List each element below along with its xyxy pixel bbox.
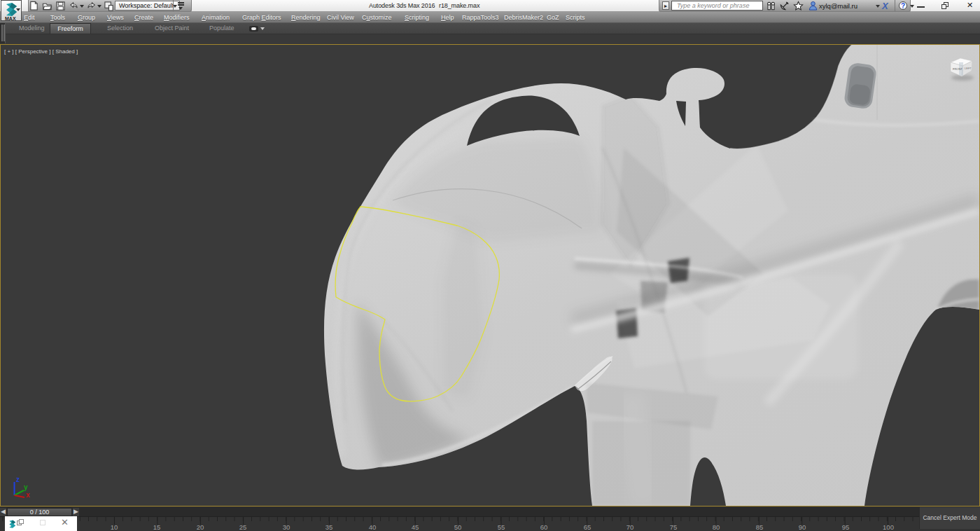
svg-text:LEFT: LEFT bbox=[965, 67, 972, 70]
svg-text:FRONT: FRONT bbox=[953, 67, 962, 71]
svg-text:z: z bbox=[16, 476, 20, 483]
svg-text:x: x bbox=[26, 491, 30, 499]
svg-text:y: y bbox=[24, 483, 28, 491]
